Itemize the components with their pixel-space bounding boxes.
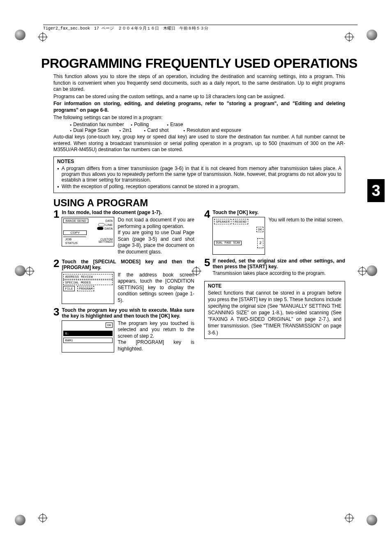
bullet-item: 2in1: [119, 127, 144, 133]
mini-label: SPECIAL MODES: [63, 280, 113, 285]
intro-p3: For information on storing, editing, and…: [53, 101, 345, 113]
mini-label: 2: [257, 238, 263, 248]
step-5: 5 If needed, set the original size and o…: [204, 258, 345, 277]
step-number: 3: [53, 307, 59, 352]
registration-mark: [344, 513, 354, 523]
notes-box: NOTES A program differs from a timer tra…: [53, 157, 345, 193]
step-number: 2: [53, 259, 59, 304]
mini-label: COPY: [63, 230, 87, 235]
step-text: If the address book screen appears, touc…: [118, 272, 194, 304]
screen-illustration-4: SPEAKER RESEND OK DUAL PAGE SCAN 2: [212, 217, 265, 255]
intro-after-text: Auto-dial keys (one-touch key, group key…: [53, 134, 345, 153]
step-text: Transmission takes place according to th…: [212, 270, 345, 277]
step-2: 2 Touch the [SPECIAL MODES] key and then…: [53, 259, 194, 304]
crop-ball: [367, 515, 377, 525]
step-title: Touch the [SPECIAL MODES] key and then t…: [62, 259, 194, 270]
mini-label: OK: [256, 227, 264, 232]
crop-ball: [367, 30, 377, 40]
step-title: In fax mode, load the document (page 1-7…: [62, 210, 194, 215]
mini-label: LINE: [106, 223, 113, 227]
mini-label: DATA: [104, 227, 113, 230]
step-text: The program key you touched is selected …: [118, 320, 194, 352]
bullet-item: Resolution and exposure: [183, 127, 257, 133]
mini-label: DUAL PAGE SCAN: [214, 241, 242, 245]
bullet-item: Card shot: [144, 127, 183, 133]
intro-block: This function allows you to store the st…: [53, 74, 345, 121]
crop-ball: [15, 30, 25, 40]
notes-item: With the exception of polling, reception…: [57, 184, 341, 189]
crop-ball: [15, 265, 25, 276]
notes-item: A program differs from a timer transmiss…: [57, 166, 341, 183]
screen-illustration-3: OK G. RAM1: [62, 320, 114, 352]
mini-label: FILE: [63, 286, 74, 291]
note-title: NOTE: [208, 283, 341, 289]
intro-p2: Programs can be stored using the custom …: [53, 94, 345, 100]
two-columns: 1 In fax mode, load the document (page 1…: [53, 210, 345, 356]
bullet-item: Destination fax number: [70, 122, 131, 127]
bullet-settings: Destination fax numberPollingEraseDual P…: [70, 122, 345, 133]
mini-label: G.: [63, 331, 113, 336]
step-1: 1 In fax mode, load the document (page 1…: [53, 210, 194, 256]
step-title: If needed, set the original size and oth…: [212, 258, 345, 269]
note-body: Select functions that cannot be stored i…: [208, 290, 341, 336]
mini-label: OK: [106, 322, 113, 328]
registration-mark: [357, 266, 367, 276]
source-header: Tiger2_fax_sec.book 17 ページ ２００４年９月１６日 木曜…: [43, 25, 357, 31]
mini-label: JOB STATUS: [63, 237, 86, 245]
step-number: 5: [204, 258, 210, 277]
step-number: 1: [53, 210, 59, 256]
step-number: 4: [204, 210, 210, 255]
screen-illustration-2: ADDRESS REVIEW SPECIAL MODES FILE PROGRA…: [62, 272, 114, 304]
intro-p4: The following settings can be stored in …: [53, 115, 345, 121]
bullet-item: Polling: [131, 122, 167, 127]
registration-mark: [25, 266, 35, 276]
registration-mark: [38, 513, 48, 523]
notes-title: NOTES: [57, 159, 341, 164]
bullet-item: Erase: [167, 122, 200, 127]
step-title: Touch the [OK] key.: [212, 210, 345, 215]
mini-label: PROGRAM: [77, 286, 95, 291]
step-text: Do not load a document if you are perfor…: [118, 217, 194, 256]
step-3: 3 Touch the program key you wish to exec…: [53, 307, 194, 352]
mini-label: RAM1: [63, 338, 113, 343]
screen-illustration-1: IMAGE SENDDATA LINE DATA COPY JOB STATUS…: [62, 217, 114, 246]
section-tab: 3: [367, 179, 385, 202]
mini-label: SPEAKER: [214, 219, 231, 224]
mini-label: ADDRESS REVIEW: [63, 274, 113, 279]
intro-after: Auto-dial keys (one-touch key, group key…: [53, 134, 345, 153]
crop-ball: [15, 515, 25, 525]
bullet-item: Dual Page Scan: [70, 127, 119, 133]
left-column: 1 In fax mode, load the document (page 1…: [53, 210, 194, 356]
step-4: 4 Touch the [OK] key. SPEAKER RESEND OK …: [204, 210, 345, 255]
mini-label: IMAGE SEND: [63, 219, 88, 223]
crop-ball: [367, 265, 377, 276]
step-title: Touch the program key you wish to execut…: [62, 307, 194, 319]
right-column: 4 Touch the [OK] key. SPEAKER RESEND OK …: [204, 210, 345, 356]
note-box: NOTE Select functions that cannot be sto…: [204, 281, 345, 339]
mini-label: RESEND: [233, 219, 248, 224]
mini-label: DATA: [106, 219, 113, 222]
section-heading: USING A PROGRAM: [53, 197, 345, 209]
page-title: PROGRAMMING FREQUENTLY USED OPERATIONS: [41, 56, 357, 71]
step-text: You will return to the initial screen.: [268, 217, 345, 223]
mini-label: CUSTOM SETTINGS: [86, 238, 113, 244]
intro-p1: This function allows you to store the st…: [53, 74, 345, 93]
page-content: Tiger2_fax_sec.book 17 ページ ２００４年９月１６日 木曜…: [41, 25, 357, 356]
